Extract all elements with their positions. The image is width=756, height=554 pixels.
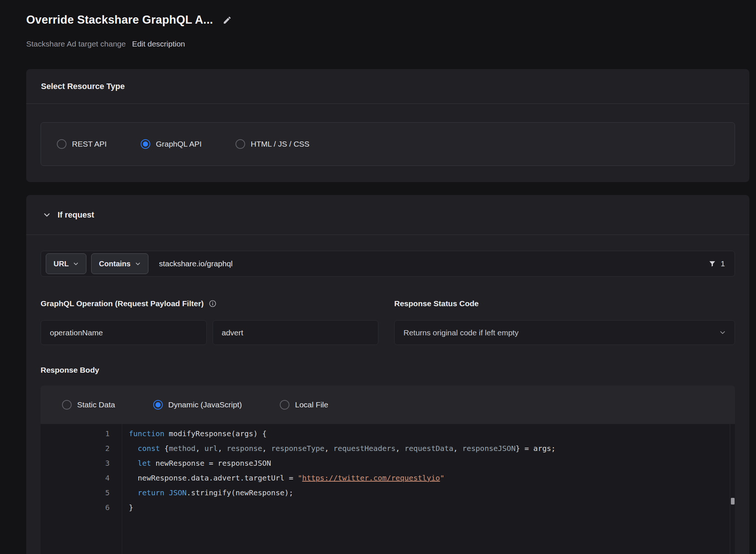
condition-operator-dropdown[interactable]: Contains [91, 253, 148, 274]
code-line: 6} [41, 500, 735, 515]
radio-icon [280, 400, 289, 410]
info-icon[interactable] [209, 300, 217, 308]
code-line-content: const {method, url, response, responseTy… [122, 441, 556, 456]
operation-value-input[interactable] [213, 320, 379, 345]
code-line-content: function modifyResponse(args) { [122, 426, 267, 441]
if-request-card-body: URL Contains stackshare.io/graphql [26, 235, 749, 554]
line-number: 3 [41, 456, 122, 471]
header-subtitle: Stackshare Ad target change Edit descrip… [26, 39, 749, 49]
response-status-select[interactable]: Returns original code if left empty [394, 320, 735, 345]
radio-local-file[interactable]: Local File [280, 400, 328, 410]
scrollbar-thumb[interactable] [731, 498, 735, 505]
radio-label: REST API [72, 140, 107, 148]
gutter-divider [122, 424, 122, 554]
chevron-down-icon [73, 261, 79, 267]
operation-key-input[interactable] [41, 320, 207, 345]
chevron-down-icon [135, 261, 141, 267]
condition-operator-label: Contains [99, 260, 131, 268]
radio-dynamic-javascript[interactable]: Dynamic (JavaScript) [153, 400, 242, 410]
condition-filter: 1 [708, 259, 725, 268]
line-number: 5 [41, 485, 122, 500]
line-number: 6 [41, 500, 122, 515]
header: Override Stackshare GraphQL A... [26, 13, 749, 27]
line-number: 1 [41, 426, 122, 441]
code-line: 3 let newResponse = responseJSON [41, 456, 735, 471]
resource-type-card: Select Resource Type REST API GraphQL AP… [26, 69, 749, 182]
code-line-content: return JSON.stringify(newResponse); [122, 485, 293, 500]
radio-icon [141, 139, 150, 149]
edit-title-pencil-icon[interactable] [223, 16, 232, 25]
rule-editor-page: Override Stackshare GraphQL A... Stacksh… [0, 0, 756, 554]
radio-label: Dynamic (JavaScript) [168, 400, 242, 409]
response-body-type-options: Static Data Dynamic (JavaScript) Local F… [41, 386, 735, 424]
code-lines: 1function modifyResponse(args) {2 const … [41, 426, 735, 515]
code-line: 4 newResponse.data.advert.targetUrl = "h… [41, 471, 735, 485]
code-line-content: newResponse.data.advert.targetUrl = "htt… [122, 471, 444, 485]
code-line: 1function modifyResponse(args) { [41, 426, 735, 441]
filter-funnel-icon[interactable] [708, 260, 717, 268]
response-status-label: Response Status Code [394, 299, 479, 308]
response-body-panel: Static Data Dynamic (JavaScript) Local F… [41, 386, 735, 554]
scrollbar[interactable] [730, 424, 735, 554]
resource-type-card-body: REST API GraphQL API HTML / JS / CSS [26, 104, 749, 182]
response-status-section: Response Status Code Returns original co… [394, 299, 735, 345]
radio-rest-api[interactable]: REST API [57, 139, 107, 149]
if-request-card-header[interactable]: If request [26, 195, 749, 235]
chevron-down-icon [43, 211, 51, 219]
if-request-card-title: If request [58, 210, 94, 220]
condition-value[interactable]: stackshare.io/graphql [159, 259, 233, 268]
graphql-operation-label: GraphQL Operation (Request Payload Filte… [41, 299, 204, 308]
request-condition-row: URL Contains stackshare.io/graphql [41, 251, 735, 277]
response-status-placeholder: Returns original code if left empty [403, 328, 519, 337]
code-line-content: let newResponse = responseJSON [122, 456, 271, 471]
code-line: 5 return JSON.stringify(newResponse); [41, 485, 735, 500]
graphql-operation-section: GraphQL Operation (Request Payload Filte… [41, 299, 378, 345]
edit-description-link[interactable]: Edit description [132, 39, 185, 49]
code-line-content: } [122, 500, 133, 515]
radio-icon [236, 139, 245, 149]
filter-count: 1 [721, 259, 725, 268]
resource-type-card-title: Select Resource Type [41, 82, 125, 91]
response-body-label: Response Body [41, 365, 99, 375]
if-request-card: If request URL Contains stackshare.io/gr… [26, 195, 749, 554]
form-grid: GraphQL Operation (Request Payload Filte… [41, 299, 735, 345]
condition-key-label: URL [54, 260, 69, 268]
radio-label: Local File [295, 400, 328, 409]
radio-icon [57, 139, 66, 149]
radio-html-js-css[interactable]: HTML / JS / CSS [236, 139, 309, 149]
radio-label: HTML / JS / CSS [251, 140, 309, 148]
rule-description-text: Stackshare Ad target change [26, 39, 126, 49]
chevron-down-icon [719, 329, 726, 336]
code-line: 2 const {method, url, response, response… [41, 441, 735, 456]
line-number: 4 [41, 471, 122, 485]
code-editor[interactable]: 1function modifyResponse(args) {2 const … [41, 424, 735, 554]
page-title: Override Stackshare GraphQL A... [26, 13, 213, 27]
radio-static-data[interactable]: Static Data [62, 400, 115, 410]
radio-label: Static Data [77, 400, 115, 409]
radio-graphql-api[interactable]: GraphQL API [141, 139, 202, 149]
resource-type-card-header: Select Resource Type [26, 69, 749, 104]
condition-key-dropdown[interactable]: URL [46, 253, 86, 274]
radio-label: GraphQL API [156, 140, 202, 148]
line-number: 2 [41, 441, 122, 456]
radio-icon [62, 400, 72, 410]
resource-type-options: REST API GraphQL API HTML / JS / CSS [41, 122, 735, 166]
radio-icon [153, 400, 163, 410]
